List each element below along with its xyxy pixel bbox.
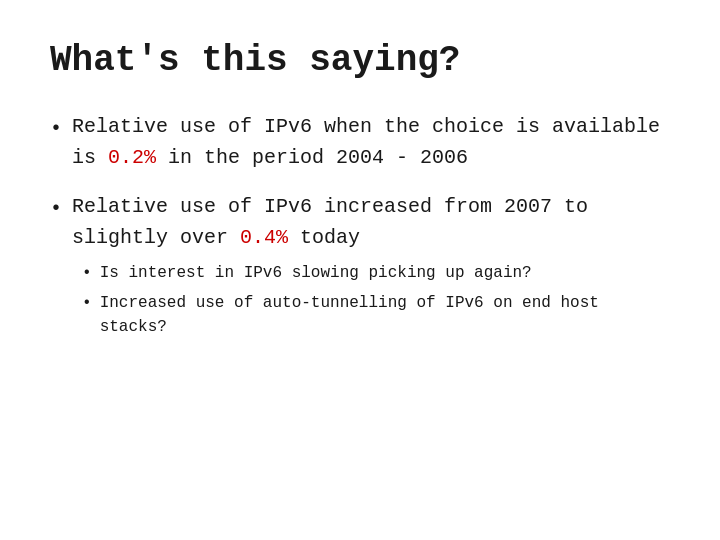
bullet1-text-part2: in the period 2004 - 2006 [156, 146, 468, 169]
bullet-item-2: • Relative use of IPv6 increased from 20… [50, 191, 670, 345]
sub-bullet-item-1: • Is interest in IPv6 slowing picking up… [82, 261, 670, 285]
bullet-text-1: Relative use of IPv6 when the choice is … [72, 111, 670, 173]
main-bullet-list: • Relative use of IPv6 when the choice i… [50, 111, 670, 345]
page-title: What's this saying? [50, 40, 670, 81]
bullet-item-1: • Relative use of IPv6 when the choice i… [50, 111, 670, 173]
sub-bullet-text-2: Increased use of auto-tunnelling of IPv6… [100, 291, 670, 339]
sub-bullet-dot-1: • [82, 261, 92, 285]
bullet2-highlight: 0.4% [240, 226, 288, 249]
sub-bullet-list: • Is interest in IPv6 slowing picking up… [82, 261, 670, 339]
bullet1-highlight: 0.2% [108, 146, 156, 169]
bullet2-text-part2: today [288, 226, 360, 249]
bullet-text-2: Relative use of IPv6 increased from 2007… [72, 191, 670, 345]
bullet-dot-1: • [50, 113, 62, 144]
sub-bullet-dot-2: • [82, 291, 92, 315]
sub-bullet-item-2: • Increased use of auto-tunnelling of IP… [82, 291, 670, 339]
sub-bullet-text-1: Is interest in IPv6 slowing picking up a… [100, 261, 670, 285]
bullet-dot-2: • [50, 193, 62, 224]
